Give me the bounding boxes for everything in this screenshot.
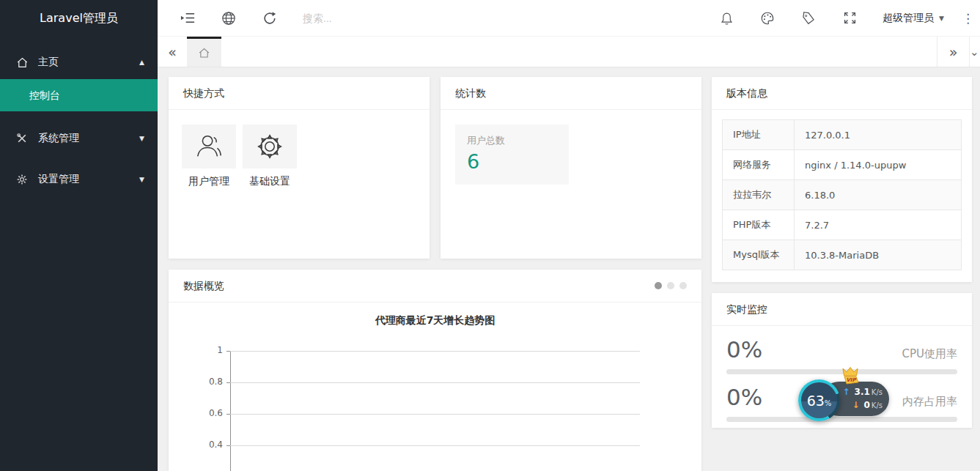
app-logo[interactable]: Laravel管理员 <box>0 0 158 37</box>
memory-ball-button[interactable]: 63% <box>798 379 840 421</box>
home-icon <box>198 47 210 59</box>
stat-label: 用户总数 <box>467 134 557 147</box>
caret-down-icon: ▼ <box>139 176 144 183</box>
fullscreen-icon <box>843 11 857 25</box>
shortcut-user-management[interactable]: 用户管理 <box>182 125 236 188</box>
version-value: 127.0.0.1 <box>795 120 962 150</box>
version-key: 拉拉韦尔 <box>723 180 795 210</box>
content-right-column: 版本信息 IP地址127.0.0.1 网络服务nginx / 1.14.0-up… <box>712 77 972 471</box>
card-title: 快捷方式 <box>183 77 415 110</box>
user-icon <box>194 131 224 162</box>
refresh-button[interactable] <box>262 10 278 26</box>
chart-gridline: 1 <box>230 351 640 352</box>
notifications-button[interactable] <box>718 10 734 26</box>
card-version-info: 版本信息 IP地址127.0.0.1 网络服务nginx / 1.14.0-up… <box>712 77 972 282</box>
bell-icon <box>720 11 734 26</box>
table-row: PHP版本7.2.7 <box>723 210 962 240</box>
sidebar-item-console[interactable]: 控制台 <box>0 79 158 111</box>
refresh-icon <box>262 11 277 26</box>
sidebar-item-home[interactable]: 主页 ▲ <box>0 45 158 79</box>
shortcut-tile[interactable] <box>182 125 236 168</box>
line-chart: 1 0.8 0.6 0.4 <box>230 351 640 471</box>
memory-usage-label: 内存占用率 <box>902 395 957 409</box>
search-input[interactable] <box>303 12 442 24</box>
card-data-overview: 数据概览 代理商最近7天增长趋势图 1 0.8 0 <box>169 270 701 471</box>
ball-percent-sign: % <box>825 399 832 407</box>
topbar-right: 超级管理员 ▼ ⋮ <box>693 10 976 26</box>
version-value: 10.3.8-MariaDB <box>795 240 962 270</box>
sidebar-fold-button[interactable] <box>180 10 196 26</box>
download-arrow-icon: ↓ <box>852 399 859 411</box>
tab-home[interactable] <box>187 37 221 67</box>
card-shortcuts: 快捷方式 用户管理 <box>169 77 430 259</box>
app-root: Laravel管理员 主页 ▲ 控制台 系统管理 ▼ <box>0 0 980 471</box>
tools-icon <box>16 133 29 145</box>
more-vertical-button[interactable]: ⋮ <box>962 11 974 26</box>
y-tick-label: 1 <box>199 345 223 355</box>
version-key: PHP版本 <box>723 210 795 240</box>
shortcut-label: 基础设置 <box>243 175 297 188</box>
memory-ball-face: 63% <box>801 382 837 418</box>
card-title: 数据概览 <box>183 270 655 303</box>
card-title: 版本信息 <box>726 77 957 110</box>
user-dropdown[interactable]: 超级管理员 ▼ <box>883 12 944 25</box>
sidebar-menu: 主页 ▲ 控制台 系统管理 ▼ 设置管理 ▼ <box>0 45 158 196</box>
tab-spacer <box>221 37 937 67</box>
card-realtime-monitor: 实时监控 0% CPU使用率 0% 内存占用率 <box>712 293 972 428</box>
y-tick-label: 0.6 <box>199 408 223 418</box>
download-speed-value: 0 <box>864 399 870 411</box>
shortcut-tile[interactable] <box>243 125 297 168</box>
table-row: 拉拉韦尔6.18.0 <box>723 180 962 210</box>
sidebar-item-settings[interactable]: 设置管理 ▼ <box>0 163 158 196</box>
version-value: 7.2.7 <box>795 210 962 240</box>
card-stats: 统计数 用户总数 6 <box>441 77 701 259</box>
vip-label: VIP <box>846 377 856 383</box>
language-button[interactable] <box>221 10 237 26</box>
topbar: 超级管理员 ▼ ⋮ <box>158 0 980 37</box>
ball-percent-value: 63 <box>807 393 825 409</box>
upload-speed-row: ↑ 3.1 K/s <box>847 386 883 398</box>
fullscreen-button[interactable] <box>841 10 858 26</box>
table-row: IP地址127.0.0.1 <box>723 120 962 150</box>
shortcut-label: 用户管理 <box>182 175 236 188</box>
version-table: IP地址127.0.0.1 网络服务nginx / 1.14.0-upupw 拉… <box>722 119 962 270</box>
theme-button[interactable] <box>759 10 775 26</box>
sidebar-item-system[interactable]: 系统管理 ▼ <box>0 122 158 155</box>
chart-title: 代理商最近7天增长趋势图 <box>169 314 701 327</box>
tag-button[interactable] <box>800 10 817 26</box>
sidebar-item-label: 系统管理 <box>38 132 139 145</box>
chart-gridline: 0.6 <box>230 414 640 415</box>
tabbar: « » ⌄ <box>158 37 980 67</box>
user-name: 超级管理员 <box>883 12 934 25</box>
stat-total-users: 用户总数 6 <box>455 125 569 185</box>
sidebar: Laravel管理员 主页 ▲ 控制台 系统管理 ▼ <box>0 0 158 471</box>
version-key: 网络服务 <box>723 150 795 180</box>
carousel-dot[interactable] <box>679 282 687 289</box>
globe-icon <box>221 11 236 26</box>
sidebar-submenu-home: 控制台 <box>0 79 158 111</box>
y-tick-label: 0.4 <box>199 440 223 450</box>
tabs-scroll-left-button[interactable]: « <box>158 37 187 67</box>
stat-value: 6 <box>467 150 557 173</box>
sidebar-item-label: 设置管理 <box>38 173 139 186</box>
tab-options-button[interactable]: ⌄ <box>969 37 980 67</box>
main-area: 超级管理员 ▼ ⋮ « » ⌄ 快捷方式 <box>158 0 980 471</box>
version-key: IP地址 <box>723 120 795 150</box>
cpu-usage-label: CPU使用率 <box>902 347 958 361</box>
carousel-dot[interactable] <box>667 282 674 289</box>
download-speed-row: ↓ 0 K/s <box>847 399 883 412</box>
tabs-scroll-right-button[interactable]: » <box>937 37 969 67</box>
y-tick-label: 0.8 <box>199 377 223 387</box>
download-speed-unit: K/s <box>872 400 883 412</box>
version-value: nginx / 1.14.0-upupw <box>795 150 962 180</box>
table-row: 网络服务nginx / 1.14.0-upupw <box>723 150 962 180</box>
shortcut-basic-settings[interactable]: 基础设置 <box>243 125 297 188</box>
version-key: Mysql版本 <box>723 240 795 270</box>
caret-down-icon: ▼ <box>939 15 944 22</box>
speed-ball-overlay: ↑ 3.1 K/s ↓ 0 K/s <box>792 366 888 425</box>
sidebar-item-label: 主页 <box>38 56 139 69</box>
content-left-column: 快捷方式 用户管理 <box>169 77 701 471</box>
version-value: 6.18.0 <box>795 180 962 210</box>
carousel-dot[interactable] <box>655 282 662 289</box>
card-title: 实时监控 <box>726 293 957 326</box>
